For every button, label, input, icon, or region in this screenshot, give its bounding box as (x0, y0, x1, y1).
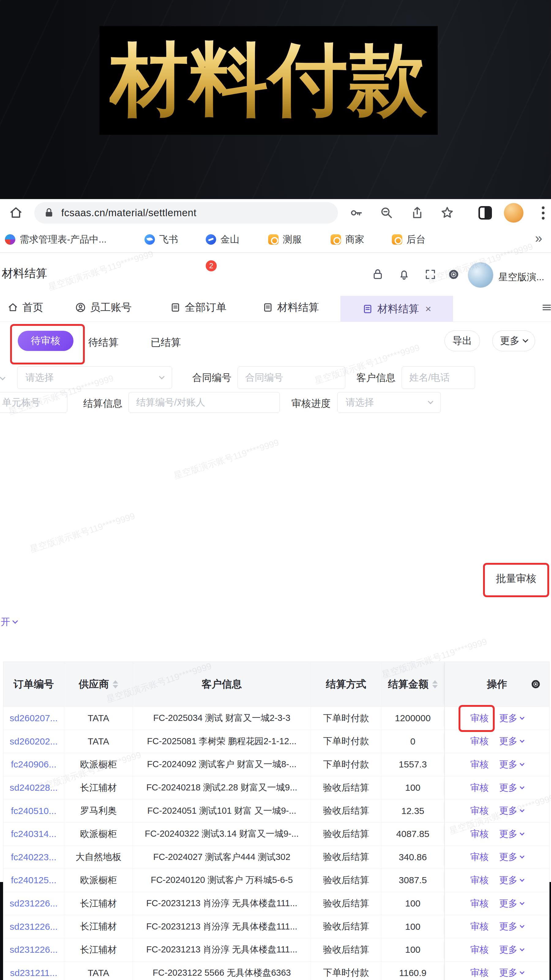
bookmark-item[interactable]: 后台 (392, 227, 426, 252)
amount-cell: 1557.3 (381, 753, 445, 776)
status-tab-settled[interactable]: 已结算 (151, 336, 181, 350)
review-link[interactable]: 审核 (470, 967, 489, 979)
more-link[interactable]: 更多 (499, 874, 524, 886)
batch-review-button[interactable]: 批量审核 (487, 568, 546, 589)
key-icon[interactable] (349, 206, 363, 220)
contract-input[interactable] (238, 366, 345, 389)
amount-cell: 3087.5 (381, 869, 445, 892)
home-icon[interactable] (9, 205, 23, 220)
more-link[interactable]: 更多 (499, 781, 524, 794)
unit-input[interactable] (0, 392, 67, 413)
more-link[interactable]: 更多 (499, 735, 524, 748)
col-supplier[interactable]: 供应商 (64, 662, 133, 706)
settings-gear-icon[interactable] (448, 268, 460, 280)
order-number-link[interactable]: fc240314... (3, 822, 64, 846)
nav-tab-employees[interactable]: 员工账号 (75, 293, 132, 321)
review-link[interactable]: 审核 (470, 758, 489, 771)
more-link[interactable]: 更多 (499, 712, 524, 725)
browser-profile-avatar[interactable] (504, 203, 524, 223)
bookmark-star-icon[interactable] (440, 206, 454, 220)
chevron-down-icon[interactable] (0, 375, 5, 380)
review-link[interactable]: 审核 (470, 897, 489, 910)
review-link[interactable]: 审核 (470, 735, 489, 748)
col-amount[interactable]: 结算金额 (381, 662, 445, 706)
order-number-link[interactable]: fc240125... (3, 869, 64, 892)
fullscreen-icon[interactable] (424, 268, 437, 280)
url-text: fcsaas.cn/material/settlement (61, 207, 197, 219)
review-link[interactable]: 审核 (470, 943, 489, 956)
more-link[interactable]: 更多 (499, 897, 524, 910)
more-link[interactable]: 更多 (499, 943, 524, 956)
amount-cell: 100 (381, 915, 445, 938)
order-number-link[interactable]: sd260207... (3, 707, 64, 730)
column-settings-gear-icon[interactable] (530, 679, 541, 690)
browser-menu-icon[interactable] (542, 207, 545, 222)
lock-icon[interactable] (372, 268, 384, 280)
settlement-input[interactable] (129, 392, 280, 413)
user-avatar[interactable] (468, 262, 494, 288)
review-link[interactable]: 审核 (470, 781, 489, 794)
order-number-link[interactable]: sd231226... (3, 939, 64, 961)
nav-tab-home[interactable]: 首页 (7, 293, 43, 321)
order-number-link[interactable]: fc240510... (3, 799, 64, 822)
zoom-out-icon[interactable] (380, 206, 394, 220)
tab-switcher-icon[interactable] (478, 206, 492, 220)
supplier-cell: 欧派橱柜 (64, 822, 133, 846)
review-link[interactable]: 审核 (470, 920, 489, 933)
tab-list-icon[interactable] (541, 302, 551, 313)
more-link[interactable]: 更多 (499, 920, 524, 933)
nav-tab-material-settlement-active[interactable]: 材料结算 × (340, 296, 453, 322)
filter-select[interactable]: 请选择 (17, 366, 172, 389)
more-link[interactable]: 更多 (499, 967, 524, 979)
customer-cell: FC-2024092 测试客户 财富又一城8-... (133, 753, 311, 776)
sort-icons[interactable] (432, 680, 438, 689)
share-icon[interactable] (410, 206, 424, 220)
more-button[interactable]: 更多 (492, 331, 535, 351)
progress-select[interactable]: 请选择 (337, 392, 441, 413)
bookmark-item[interactable]: 商家 (330, 227, 364, 252)
review-link[interactable]: 审核 (470, 851, 489, 863)
more-link[interactable]: 更多 (499, 851, 524, 863)
tab-close-icon[interactable]: × (425, 303, 431, 315)
chevron-down-icon (519, 970, 524, 975)
more-link[interactable]: 更多 (499, 828, 524, 840)
nav-tab-label: 材料结算 (378, 302, 419, 316)
more-link[interactable]: 更多 (499, 758, 524, 771)
more-link-label: 更多 (499, 805, 518, 817)
review-link[interactable]: 审核 (470, 805, 489, 817)
more-link[interactable]: 更多 (499, 805, 524, 817)
bookmark-item[interactable]: 金山 (206, 227, 240, 252)
order-number-link[interactable]: sd260202... (3, 730, 64, 753)
nav-tab-material-settlement[interactable]: 材料结算 (262, 293, 319, 321)
review-link[interactable]: 审核 (470, 712, 489, 725)
order-number-link[interactable]: sd231226... (3, 915, 64, 938)
order-number-link[interactable]: sd231211... (3, 962, 64, 980)
order-number-link[interactable]: fc240223... (3, 846, 64, 869)
status-tab-pending-review[interactable]: 待审核 (18, 331, 73, 351)
customer-label: 客户信息 (356, 371, 395, 385)
bookmark-favicon (268, 234, 279, 245)
status-tab-pending-settlement[interactable]: 待结算 (88, 336, 119, 350)
address-bar[interactable]: fcsaas.cn/material/settlement (34, 202, 338, 224)
browser-window: fcsaas.cn/material/settlement 需求管理表-产品中.… (0, 199, 551, 882)
review-link[interactable]: 审核 (470, 828, 489, 840)
expand-filters-link[interactable]: 开 (1, 616, 17, 628)
bookmark-label: 金山 (221, 233, 240, 246)
order-number-link[interactable]: sd231226... (3, 892, 64, 915)
order-number-link[interactable]: sd240228... (3, 776, 64, 799)
nav-tab-orders[interactable]: 全部订单 (170, 293, 227, 321)
amount-cell: 100 (381, 776, 445, 799)
order-number-link[interactable]: fc240906... (3, 753, 64, 776)
notification-bell-icon[interactable] (398, 268, 410, 280)
customer-input[interactable] (402, 366, 475, 389)
bookmarks-overflow-icon[interactable]: » (535, 231, 542, 246)
bookmark-item[interactable]: 飞书 (144, 227, 178, 252)
amount-cell: 0 (381, 730, 445, 753)
bookmark-item[interactable]: 需求管理表-产品中... (5, 227, 106, 252)
sort-icons[interactable] (113, 680, 118, 689)
export-button[interactable]: 导出 (445, 331, 480, 351)
review-link[interactable]: 审核 (470, 874, 489, 886)
bookmark-item[interactable]: 测服 (268, 227, 302, 252)
account-name: 星空版演... (499, 271, 544, 283)
table-row: fc240223... 大自然地板 FC-2024027 测试客户444 测试3… (3, 846, 549, 869)
